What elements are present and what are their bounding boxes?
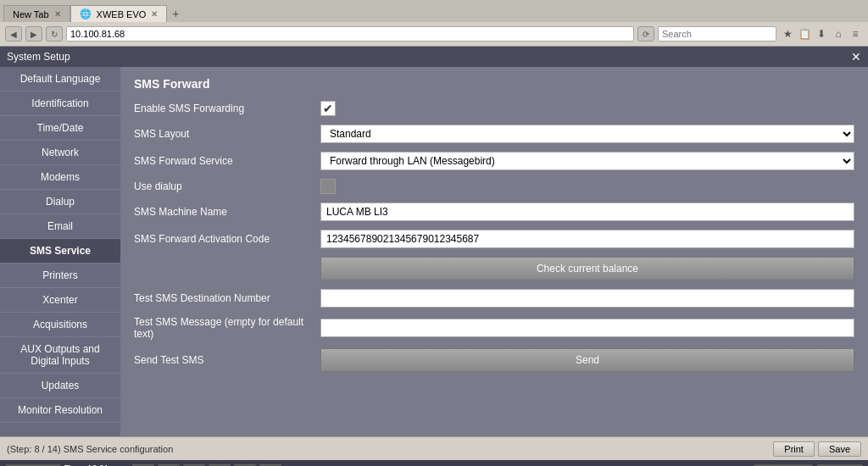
toolbar-icons: ★ 📋 ⬇ ⌂ ≡ <box>780 26 863 42</box>
test-sms-destination-control <box>320 289 854 308</box>
sidebar-item-identification[interactable]: Identification <box>0 92 120 116</box>
test-sms-destination-label: Test SMS Destination Number <box>134 292 320 304</box>
sms-layout-row: SMS Layout Standard Advanced <box>134 125 854 143</box>
status-text: (Step: 8 / 14) SMS Service configuration <box>7 444 773 454</box>
refresh-button[interactable]: ↻ <box>46 26 63 42</box>
tab-new-tab[interactable]: New Tab ✕ <box>3 5 70 22</box>
enable-sms-forwarding-control: ✔ <box>320 101 854 116</box>
sidebar-item-aux-outputs[interactable]: AUX Outputs and Digital Inputs <box>0 337 120 374</box>
use-dialup-control <box>320 179 854 194</box>
sms-machine-name-row: SMS Machine Name <box>134 202 854 221</box>
sidebar-item-network[interactable]: Network <box>0 141 120 165</box>
status-bar: (Step: 8 / 14) SMS Service configuration… <box>0 436 868 460</box>
sidebar-item-default-language[interactable]: Default Language <box>0 67 120 92</box>
sidebar-item-sms-service[interactable]: SMS Service <box>0 239 120 264</box>
test-sms-message-input[interactable] <box>320 319 854 337</box>
star-icon[interactable]: ★ <box>780 26 795 42</box>
bookmark-icon[interactable]: 📋 <box>797 26 812 42</box>
system-setup-window: System Setup ✕ Default Language Identifi… <box>0 47 868 436</box>
sidebar-item-updates[interactable]: Updates <box>0 374 120 398</box>
enable-sms-forwarding-label: Enable SMS Forwarding <box>134 103 320 114</box>
window-content: Default Language Identification Time/Dat… <box>0 67 868 436</box>
sms-forward-service-label: SMS Forward Service <box>134 155 320 167</box>
check-balance-control: Check current balance <box>320 257 854 280</box>
sms-activation-code-row: SMS Forward Activation Code <box>134 230 854 248</box>
enable-sms-forwarding-row: Enable SMS Forwarding ✔ <box>134 101 854 116</box>
use-dialup-row: Use dialup <box>134 179 854 194</box>
reload-button[interactable]: ⟳ <box>637 26 654 42</box>
sms-forward-service-control: Forward through LAN (Messagebird) Direct… <box>320 152 854 170</box>
use-dialup-label: Use dialup <box>134 180 320 192</box>
sms-machine-name-label: SMS Machine Name <box>134 206 320 218</box>
forward-button[interactable]: ▶ <box>25 26 42 42</box>
search-input[interactable] <box>658 26 776 42</box>
back-button[interactable]: ◀ <box>5 26 22 42</box>
test-sms-destination-row: Test SMS Destination Number <box>134 289 854 308</box>
sms-layout-label: SMS Layout <box>134 128 320 140</box>
sms-layout-control: Standard Advanced <box>320 125 854 143</box>
test-sms-message-control <box>320 319 854 337</box>
sms-activation-code-control <box>320 230 854 248</box>
enable-sms-forwarding-checkbox[interactable]: ✔ <box>320 101 336 116</box>
sms-machine-name-input[interactable] <box>320 202 854 221</box>
window-titlebar: System Setup ✕ <box>0 47 868 67</box>
home-icon[interactable]: ⌂ <box>831 26 846 42</box>
sms-forward-service-row: SMS Forward Service Forward through LAN … <box>134 152 854 170</box>
tab-bar: New Tab ✕ 🌐 XWEB EVO ✕ + <box>0 0 868 22</box>
tab-label: XWEB EVO <box>97 9 147 19</box>
settings-icon[interactable]: ≡ <box>848 26 863 42</box>
sms-machine-name-control <box>320 202 854 221</box>
tab-close-icon[interactable]: ✕ <box>54 9 61 19</box>
send-test-sms-label: Send Test SMS <box>134 354 320 366</box>
download-icon[interactable]: ⬇ <box>814 26 829 42</box>
sms-activation-code-input[interactable] <box>320 230 854 248</box>
tab-close-icon[interactable]: ✕ <box>151 9 158 19</box>
address-bar: ◀ ▶ ↻ ⟳ ★ 📋 ⬇ ⌂ ≡ <box>0 22 868 46</box>
test-sms-destination-input[interactable] <box>320 289 854 308</box>
browser-chrome: New Tab ✕ 🌐 XWEB EVO ✕ + ◀ ▶ ↻ ⟳ ★ 📋 ⬇ ⌂… <box>0 0 868 47</box>
test-sms-message-label: Test SMS Message (empty for default text… <box>134 316 320 340</box>
sidebar-item-monitor-resolution[interactable]: Monitor Resolution <box>0 398 120 423</box>
sidebar-item-printers[interactable]: Printers <box>0 264 120 288</box>
sidebar-item-time-date[interactable]: Time/Date <box>0 116 120 141</box>
main-content: SMS Forward Enable SMS Forwarding ✔ SMS … <box>120 67 868 436</box>
sms-activation-code-label: SMS Forward Activation Code <box>134 233 320 245</box>
send-test-sms-row: Send Test SMS Send <box>134 348 854 372</box>
url-input[interactable] <box>66 26 634 42</box>
section-title: SMS Forward <box>134 77 854 91</box>
tab-xweb-evo[interactable]: 🌐 XWEB EVO ✕ <box>70 5 168 22</box>
sms-forward-service-select[interactable]: Forward through LAN (Messagebird) Direct… <box>320 152 854 170</box>
tab-label: New Tab <box>13 9 49 19</box>
window-close-button[interactable]: ✕ <box>851 50 861 64</box>
status-buttons: Print Save <box>773 441 861 457</box>
send-test-sms-control: Send <box>320 348 854 372</box>
print-button[interactable]: Print <box>773 441 815 457</box>
use-dialup-checkbox[interactable] <box>320 179 336 194</box>
sidebar-item-modems[interactable]: Modems <box>0 165 120 190</box>
check-balance-row: Check current balance <box>134 257 854 280</box>
sidebar-item-acquisitions[interactable]: Acquisitions <box>0 313 120 337</box>
taskbar: ⏻ Logout Time: 16:01 Date: 20/04/2017 🏠 … <box>0 460 868 466</box>
send-button[interactable]: Send <box>320 348 854 372</box>
window-title: System Setup <box>7 51 70 63</box>
sms-layout-select[interactable]: Standard Advanced <box>320 125 854 143</box>
test-sms-message-row: Test SMS Message (empty for default text… <box>134 316 854 340</box>
sidebar-item-xcenter[interactable]: Xcenter <box>0 288 120 313</box>
save-button[interactable]: Save <box>818 441 861 457</box>
sidebar: Default Language Identification Time/Dat… <box>0 67 120 436</box>
check-balance-button[interactable]: Check current balance <box>320 257 854 280</box>
sidebar-item-dialup[interactable]: Dialup <box>0 190 120 214</box>
new-tab-button[interactable]: + <box>167 5 184 22</box>
tab-favicon: 🌐 <box>80 8 92 19</box>
sidebar-item-email[interactable]: Email <box>0 214 120 239</box>
